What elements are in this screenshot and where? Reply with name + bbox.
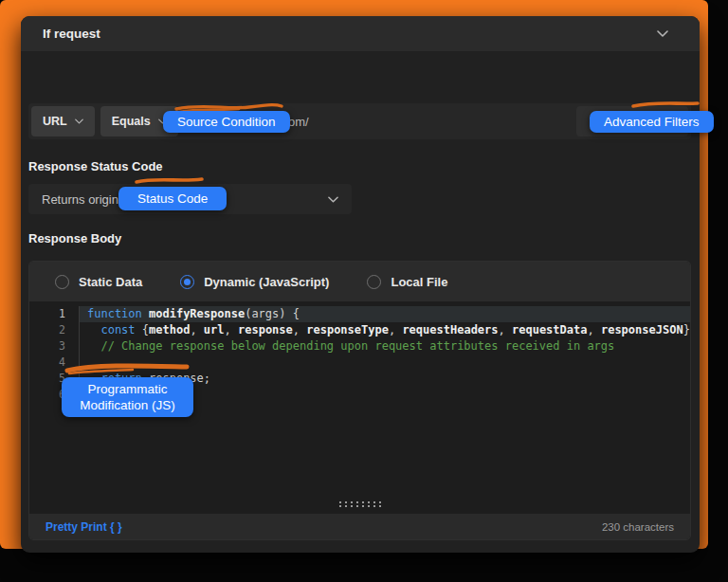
operator-value: Equals [112,115,151,128]
radio-circle-icon[interactable] [367,275,381,289]
code-line: 3 // Change response below depending upo… [29,338,690,355]
radio-dynamic-javascript[interactable]: Dynamic (JavaScript) [180,275,329,289]
rule-editor-panel: If request URL Equals https://example.co… [21,16,700,553]
annotation-label-programmatic-modification: Programmatic Modification (JS) [62,377,193,417]
radio-label: Dynamic (JavaScript) [204,275,329,289]
annotation-label-advanced-filters: Advanced Filters [590,111,714,133]
code-line: 4 [29,355,690,371]
annotation-label-source-condition: Source Condition [163,111,290,133]
url-key-select[interactable]: URL [31,106,95,136]
radio-circle-icon[interactable] [180,275,194,289]
if-request-header[interactable]: If request [21,16,700,51]
if-request-title: If request [43,27,100,41]
line-number: 2 [29,322,79,338]
annotation-label-status-code: Status Code [118,187,227,210]
code-line-content: function modifyResponse(args) { [79,306,690,322]
radio-local-file[interactable]: Local File [367,275,447,289]
line-number: 4 [29,355,79,371]
code-line-content: // Change response below depending upon … [79,338,690,355]
chevron-down-icon [328,196,338,203]
line-number: 1 [29,306,79,322]
line-number: 3 [29,338,79,355]
chevron-down-icon [75,118,83,124]
radio-static-data[interactable]: Static Data [55,275,142,289]
radio-label: Static Data [79,275,142,289]
code-line-content: const {method, url, response, responseTy… [79,322,691,338]
radio-label: Local File [391,275,447,289]
response-status-code-label: Response Status Code [28,159,163,173]
character-count: 230 characters [602,521,674,533]
collapse-chevron-icon[interactable] [657,30,668,37]
editor-footer: Pretty Print { } 230 characters [29,514,690,539]
radio-group: Static DataDynamic (JavaScript)Local Fil… [29,262,690,301]
code-line: 1function modifyResponse(args) { [29,306,690,322]
code-line-content [79,355,690,371]
response-body-label: Response Body [28,231,121,246]
code-line: 2 const {method, url, response, response… [29,322,690,338]
radio-circle-icon[interactable] [55,275,69,289]
pretty-print-button[interactable]: Pretty Print { } [46,520,122,534]
editor-resize-handle[interactable] [339,501,381,507]
url-key-value: URL [43,115,67,128]
